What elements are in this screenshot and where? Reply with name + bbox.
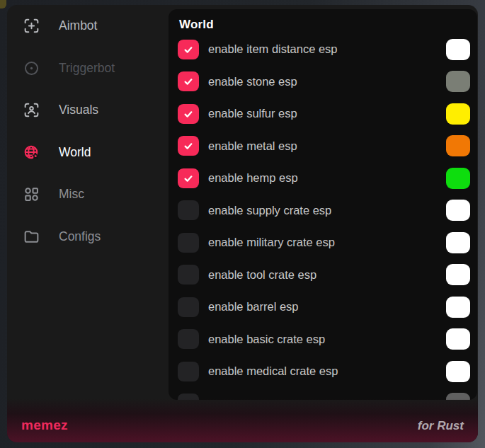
color-swatch[interactable] [446,297,470,318]
esp-checkbox[interactable] [178,233,199,253]
color-swatch[interactable] [446,135,470,156]
esp-checkbox[interactable] [178,104,199,124]
footer-bar: memez for Rust [7,398,478,442]
sidebar: Aimbot Triggerbot Visuals World Misc Con… [7,5,169,258]
sidebar-item-triggerbot[interactable]: Triggerbot [7,47,169,90]
esp-checkbox[interactable] [178,297,199,317]
esp-row: enable metal esp [169,130,477,163]
esp-checkbox[interactable] [178,40,199,59]
esp-label: enable hemp esp [208,171,298,185]
color-swatch[interactable] [446,361,470,382]
esp-row: enable military crate esp [169,226,477,259]
background-artifact [0,0,6,8]
esp-checkbox[interactable] [178,265,199,285]
color-swatch[interactable] [446,168,470,189]
esp-label: enable basic crate esp [208,333,325,346]
esp-label: enable supply crate esp [208,204,331,217]
brand-name: memez [21,418,68,433]
esp-row: enable item distance esp [169,33,477,66]
color-swatch[interactable] [446,71,470,92]
esp-checkbox[interactable] [178,200,199,220]
esp-row: enable sulfur esp [169,98,477,130]
esp-checkbox[interactable] [178,168,199,188]
configs-folder-icon [23,228,40,246]
esp-label: enable barrel esp [208,300,299,314]
esp-row: enable tool crate esp [169,259,477,292]
esp-row: enable hemp esp [169,162,477,195]
sidebar-item-configs[interactable]: Configs [7,216,169,258]
esp-row: enable stone esp [169,66,477,98]
esp-label: enable medical crate esp [208,364,338,378]
sidebar-item-aimbot[interactable]: Aimbot [7,5,169,47]
esp-label: enable metal esp [208,139,297,153]
esp-checkbox[interactable] [178,71,199,91]
cheat-menu-window: Aimbot Triggerbot Visuals World Misc Con… [7,5,478,442]
aimbot-crosshair-icon [23,17,40,35]
esp-checkbox[interactable] [178,329,199,349]
color-swatch[interactable] [446,264,470,285]
footer-tagline: for Rust [418,419,464,433]
world-panel: World enable item distance esp enable st… [169,9,477,400]
visuals-face-scan-icon [23,101,40,119]
color-swatch[interactable] [446,328,470,350]
panel-title: World [179,18,477,32]
esp-label: enable item distance esp [208,42,338,56]
esp-row-list: enable item distance esp enable stone es… [169,33,477,400]
color-swatch[interactable] [446,39,470,60]
esp-label: enable stone esp [208,75,297,88]
esp-label: enable sulfur esp [208,107,297,120]
esp-label: enable tool crate esp [208,268,316,282]
esp-row: enable medical crate esp [169,355,477,388]
color-swatch[interactable] [446,232,470,253]
color-swatch[interactable] [446,103,470,125]
esp-checkbox[interactable] [178,362,199,381]
sidebar-item-misc[interactable]: Misc [7,173,169,216]
esp-checkbox[interactable] [178,136,199,156]
sidebar-item-visuals[interactable]: Visuals [7,89,169,132]
esp-label: enable military crate esp [208,236,335,249]
color-swatch[interactable] [446,200,470,221]
esp-row: enable barrel esp [169,291,477,323]
sidebar-item-world[interactable]: World [7,132,169,174]
esp-row: enable supply crate esp [169,195,477,227]
world-globe-icon [23,144,40,161]
misc-grid-icon [23,185,40,203]
triggerbot-circle-icon [23,59,40,77]
esp-row: enable basic crate esp [169,323,477,356]
